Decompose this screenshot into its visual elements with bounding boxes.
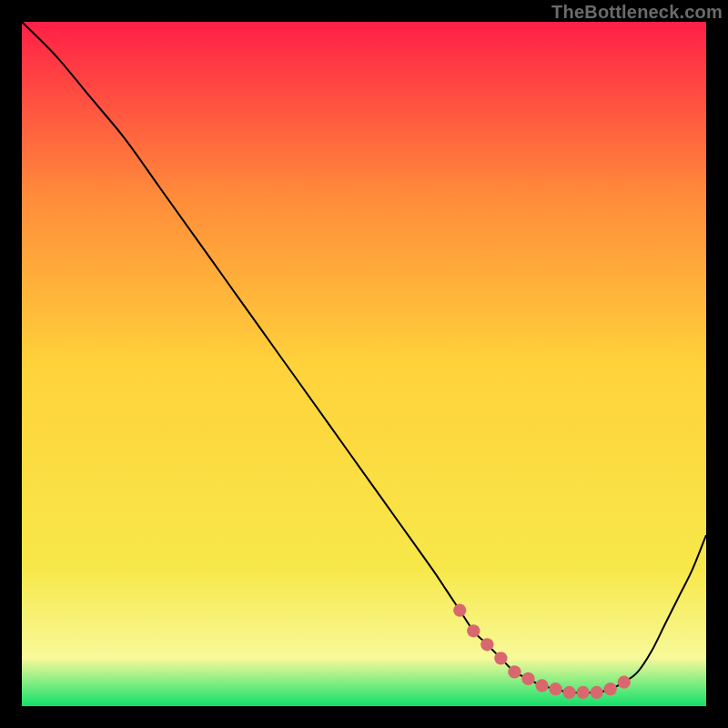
highlight-dot [604,682,617,695]
highlight-dot [521,672,534,685]
highlight-dot [535,679,548,692]
highlight-dot [508,665,521,678]
watermark-text: TheBottleneck.com [551,2,723,23]
highlight-dot [480,638,493,651]
highlight-dot [618,676,631,689]
highlight-dot [576,686,589,699]
highlight-dot [494,652,507,664]
highlight-dot [549,682,561,695]
chart-stage: TheBottleneck.com [0,0,728,728]
plot-area [22,22,706,706]
highlight-dot [467,624,480,637]
bottleneck-curve-path [22,22,706,693]
highlight-dot [591,686,603,699]
curve-layer [22,22,706,706]
highlight-dots [453,604,631,700]
highlight-dot [453,604,466,617]
highlight-dot [562,686,575,699]
